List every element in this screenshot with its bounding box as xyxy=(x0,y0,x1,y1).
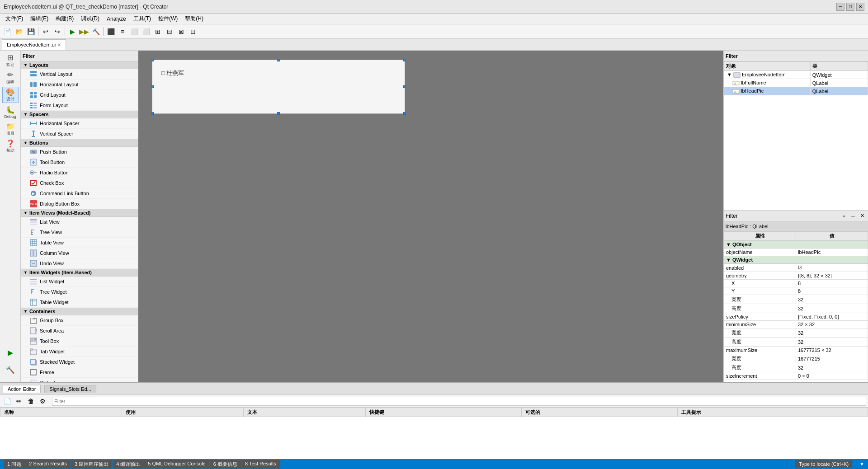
sidebar-edit[interactable]: ✏ 编辑 xyxy=(2,70,19,86)
widget-horizontal-spacer[interactable]: Horizontal Spacer xyxy=(21,118,138,129)
toolbar-run[interactable]: ▶ xyxy=(67,26,78,37)
widget-vertical-spacer[interactable]: Vertical Spacer xyxy=(21,129,138,139)
menu-controls[interactable]: 控件(W) xyxy=(155,14,181,23)
status-tab-issues[interactable]: 1 问题 xyxy=(4,460,25,469)
toolbar-layout-v[interactable]: ⬜ xyxy=(141,26,151,37)
property-add-btn[interactable]: + xyxy=(840,212,848,220)
sidebar-help[interactable]: ❓ 帮助 xyxy=(2,138,19,155)
menu-debug[interactable]: 调试(D) xyxy=(77,14,103,23)
prop-row-height-geom[interactable]: 高度 32 xyxy=(724,304,868,313)
prop-row-y[interactable]: Y 8 xyxy=(724,287,868,295)
widget-vertical-layout[interactable]: Vertical Layout xyxy=(21,69,138,80)
category-layouts[interactable]: ▼ Layouts xyxy=(21,61,138,69)
tab-employee-node-item[interactable]: EmployeeNodeItem.ui ✕ xyxy=(2,39,66,50)
maximize-button[interactable]: □ xyxy=(846,3,854,11)
action-editor-tab[interactable]: Action Editor xyxy=(3,385,41,393)
sidebar-run[interactable]: ▶ xyxy=(2,344,19,361)
prop-row-enabled[interactable]: enabled ☑ xyxy=(724,264,868,272)
menu-analyze[interactable]: Analyze xyxy=(103,15,130,23)
action-new-btn[interactable]: 📄 xyxy=(2,396,13,407)
toolbar-adjust-size[interactable]: ⊡ xyxy=(188,26,198,37)
sidebar-build[interactable]: 🔨 xyxy=(2,361,19,378)
widget-horizontal-layout[interactable]: Horizontal Layout xyxy=(21,80,138,90)
toolbar-save[interactable]: 💾 xyxy=(25,26,36,37)
handle-tr[interactable] xyxy=(403,59,406,61)
prop-row-basesize[interactable]: baseSize 0 × 0 xyxy=(724,380,868,383)
object-row-employee-node-item[interactable]: ▼ EmployeeNodeItem QWidget xyxy=(724,71,868,79)
status-tab-app-output[interactable]: 3 应用程序输出 xyxy=(71,460,112,469)
prop-row-minwidth[interactable]: 宽度 32 xyxy=(724,328,868,338)
widget-form-layout[interactable]: Form Layout xyxy=(21,100,138,111)
widget-table-widget[interactable]: Table Widget xyxy=(21,297,138,308)
widget-tool-box[interactable]: ▼ TB Tool Box xyxy=(21,336,138,347)
sidebar-design[interactable]: 🎨 设计 xyxy=(2,87,19,103)
widget-tab-widget[interactable]: Tab Widget xyxy=(21,347,138,357)
toolbar-align-center[interactable]: ≡ xyxy=(117,26,128,37)
category-item-views[interactable]: ▼ Item Views (Model-Based) xyxy=(21,209,138,217)
toolbar-new[interactable]: 📄 xyxy=(2,26,13,37)
prop-row-minimumsize[interactable]: minimumSize 32 × 32 xyxy=(724,321,868,328)
widget-command-link-button[interactable]: ▶ Command Link Button xyxy=(21,188,138,199)
close-button[interactable]: ✕ xyxy=(856,3,864,11)
prop-row-maximumsize[interactable]: maximumSize 16777215 × 32 xyxy=(724,347,868,354)
prop-row-sizepolicy[interactable]: sizePolicy [Fixed, Fixed, 0, 0] xyxy=(724,313,868,321)
widget-tree-widget[interactable]: Tree Widget xyxy=(21,287,138,297)
action-delete-btn[interactable]: 🗑 xyxy=(25,396,36,407)
handle-tm[interactable] xyxy=(277,59,280,61)
object-row-lb-head-pic[interactable]: A lbHeadPic QLabel xyxy=(724,87,868,95)
prop-row-geometry[interactable]: geometry [{8, 8}, 32 × 32] xyxy=(724,272,868,280)
toolbar-undo[interactable]: ↩ xyxy=(40,26,51,37)
widget-table-view[interactable]: Table View xyxy=(21,238,138,248)
widget-check-box[interactable]: Check Box xyxy=(21,178,138,188)
prop-row-width-geom[interactable]: 宽度 32 xyxy=(724,295,868,304)
widget-grid-layout[interactable]: Grid Layout xyxy=(21,90,138,100)
action-more-btn[interactable]: ⚙ xyxy=(37,396,48,407)
category-buttons[interactable]: ▼ Buttons xyxy=(21,139,138,147)
sidebar-projects[interactable]: 📁 项目 xyxy=(2,121,19,137)
handle-ml[interactable] xyxy=(151,85,154,88)
toolbar-open[interactable]: 📂 xyxy=(14,26,24,37)
toolbar-debug[interactable]: ▶▶ xyxy=(79,26,90,37)
widget-dialog-button-box[interactable]: OK ✕ Dialog Button Box xyxy=(21,199,138,209)
status-tab-tests[interactable]: 8 Test Results xyxy=(241,460,280,469)
toolbar-break-layout[interactable]: ⊠ xyxy=(176,26,187,37)
status-tab-search[interactable]: 2 Search Results xyxy=(25,460,71,469)
handle-br[interactable] xyxy=(403,112,406,115)
widget-column-view[interactable]: Column View xyxy=(21,248,138,258)
category-spacers[interactable]: ▼ Spacers xyxy=(21,111,138,118)
menu-edit[interactable]: 编辑(E) xyxy=(27,14,52,23)
toolbar-redo[interactable]: ↪ xyxy=(52,26,63,37)
handle-tl[interactable] xyxy=(151,59,154,61)
sidebar-welcome[interactable]: ⊞ 欢迎 xyxy=(2,52,19,69)
handle-mr[interactable] xyxy=(403,85,406,88)
menu-tools[interactable]: 工具(T) xyxy=(130,14,155,23)
action-edit-btn[interactable]: ✏ xyxy=(14,396,24,407)
widget-tree-view[interactable]: Tree View xyxy=(21,227,138,238)
toolbar-layout-grid[interactable]: ⊞ xyxy=(152,26,163,37)
widget-tool-button[interactable]: ⚙ Tool Button xyxy=(21,157,138,168)
toolbar-layout-form[interactable]: ⊟ xyxy=(164,26,175,37)
widget-widget[interactable]: Widget xyxy=(21,378,138,382)
widget-scroll-area[interactable]: Scroll Area xyxy=(21,326,138,336)
prop-row-maxwidth[interactable]: 宽度 16777215 xyxy=(724,354,868,363)
widget-stacked-widget[interactable]: Stacked Widget xyxy=(21,357,138,367)
toolbar-layout-h[interactable]: ⬜ xyxy=(129,26,140,37)
category-item-widgets[interactable]: ▼ Item Widgets (Item-Based) xyxy=(21,269,138,277)
status-tab-compile[interactable]: 4 编译输出 xyxy=(113,460,144,469)
object-row-lb-full-name[interactable]: A lbFullName QLabel xyxy=(724,79,868,87)
widget-push-button[interactable]: OK Push Button xyxy=(21,147,138,157)
prop-row-x[interactable]: X 8 xyxy=(724,280,868,287)
menu-help[interactable]: 帮助(H) xyxy=(181,14,207,23)
status-hint[interactable]: Type to locate (Ctrl+K) xyxy=(795,460,852,468)
widget-list-view[interactable]: List View xyxy=(21,217,138,227)
handle-bm[interactable] xyxy=(277,112,280,115)
toolbar-build[interactable]: 🔨 xyxy=(90,26,101,37)
signals-slots-tab[interactable]: Signals_Slots Ed... xyxy=(44,385,96,393)
status-tab-summary[interactable]: 6 概要信息 xyxy=(210,460,241,469)
menu-file[interactable]: 文件(F) xyxy=(2,14,27,23)
widget-radio-button[interactable]: Radio Button xyxy=(21,168,138,178)
canvas-workspace[interactable]: □ 杜燕军 xyxy=(138,51,723,382)
prop-row-sizeincrement[interactable]: sizeIncrement 0 × 0 xyxy=(724,372,868,380)
tab-close-icon[interactable]: ✕ xyxy=(57,42,61,47)
widget-group-box[interactable]: GB Group Box xyxy=(21,315,138,326)
